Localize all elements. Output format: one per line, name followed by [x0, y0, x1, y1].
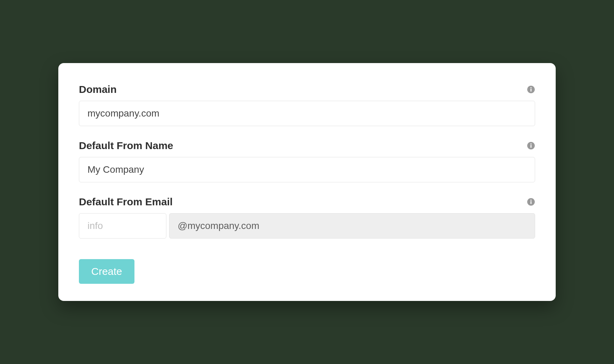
from-email-label-row: Default From Email: [79, 196, 535, 208]
create-button[interactable]: Create: [79, 259, 134, 284]
from-name-label: Default From Name: [79, 140, 173, 151]
svg-point-2: [530, 87, 531, 88]
svg-point-8: [530, 199, 531, 201]
svg-rect-7: [531, 201, 532, 204]
from-email-label: Default From Email: [79, 196, 173, 208]
domain-label: Domain: [79, 84, 117, 95]
info-icon[interactable]: [527, 85, 535, 94]
domain-input[interactable]: [79, 101, 535, 126]
from-email-domain-suffix: @mycompany.com: [169, 213, 535, 239]
from-name-group: Default From Name: [79, 140, 535, 182]
info-icon[interactable]: [527, 142, 535, 150]
svg-rect-4: [531, 145, 532, 148]
svg-point-5: [530, 143, 531, 144]
svg-rect-1: [531, 89, 532, 92]
from-name-input[interactable]: [79, 157, 535, 182]
from-name-label-row: Default From Name: [79, 140, 535, 151]
info-icon[interactable]: [527, 198, 535, 206]
from-email-row: @mycompany.com: [79, 213, 535, 239]
domain-group: Domain: [79, 84, 535, 126]
from-email-group: Default From Email @mycompany.com: [79, 196, 535, 239]
from-email-local-input[interactable]: [79, 213, 166, 239]
settings-card: Domain Default From Name Default From Em…: [58, 63, 556, 301]
domain-label-row: Domain: [79, 84, 535, 95]
